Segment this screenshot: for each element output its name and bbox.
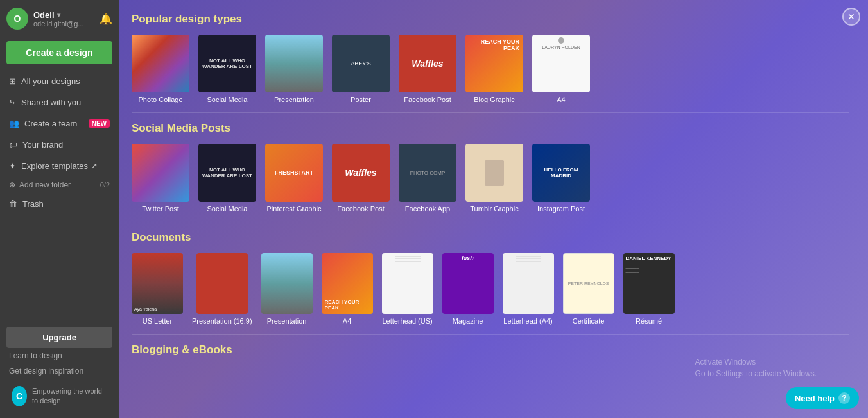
chevron-down-icon: ▾ — [57, 12, 60, 19]
thumb-presentation-doc — [261, 253, 313, 314]
design-label: Facebook Post — [404, 96, 451, 103]
design-label: US Letter — [143, 317, 172, 325]
design-label: Social Media — [207, 96, 248, 103]
canva-logo: C — [12, 386, 27, 406]
sidebar-item-all-designs[interactable]: ⊞ All your designs — [0, 71, 119, 92]
thumb-presentation169 — [196, 253, 248, 314]
design-item-a4-doc[interactable]: REACH YOUR PEAK A4 — [322, 253, 373, 325]
sidebar-header: O Odell ▾ odelldigital@g... 🔔 — [0, 0, 119, 37]
design-item-social-media2[interactable]: NOT ALL WHO WANDER ARE LOST Social Media — [198, 144, 256, 213]
design-label: Certificate — [573, 317, 605, 325]
divider-popular — [132, 112, 849, 113]
design-item-twitter-post[interactable]: Twitter Post — [132, 144, 189, 213]
upgrade-button[interactable]: Upgrade — [6, 327, 112, 348]
thumb-blog-graphic: REACH YOUR PEAK — [465, 35, 523, 92]
design-item-us-letter[interactable]: Aya Yalena US Letter — [132, 253, 183, 325]
section-documents: Documents Aya Yalena US Letter Presentat… — [132, 231, 849, 325]
activate-windows-notice: Activate Windows Go to Settings to activ… — [695, 356, 817, 379]
footer-tagline: Empowering the world to design — [32, 387, 107, 406]
popular-grid: Photo Collage NOT ALL WHO WANDER ARE LOS… — [132, 35, 849, 103]
design-label: A4 — [557, 96, 565, 103]
design-item-resume[interactable]: DANIEL KENNEDY ───── ───── ───── Résumé — [623, 253, 675, 325]
need-help-label: Need help — [795, 394, 835, 403]
bell-icon[interactable]: 🔔 — [100, 13, 112, 25]
section-popular-title: Popular design types — [132, 13, 849, 26]
section-popular: Popular design types Photo Collage NOT A… — [132, 13, 849, 103]
design-label: Photo Collage — [138, 96, 182, 103]
design-item-fb-post[interactable]: Waffles Facebook Post — [332, 144, 390, 213]
design-label: Letterhead (A4) — [503, 317, 552, 325]
need-help-button[interactable]: Need help ? — [786, 387, 859, 409]
thumb-a4-doc: REACH YOUR PEAK — [322, 253, 373, 314]
sidebar-item-your-brand[interactable]: 🏷 Your brand — [0, 134, 119, 155]
create-design-button[interactable]: Create a design — [6, 41, 112, 64]
design-item-certificate[interactable]: PETER REYNOLDS Certificate — [563, 253, 614, 325]
section-blogging-title: Blogging & eBooks — [132, 344, 849, 356]
design-label: Résumé — [636, 317, 662, 325]
thumb-a4: LAURYN HOLDEN — [532, 35, 590, 92]
sidebar-item-explore-templates[interactable]: ✦ Explore templates ↗ — [0, 155, 119, 177]
design-item-tumblr[interactable]: Tumblr Graphic — [465, 144, 523, 213]
design-label: Magazine — [453, 317, 483, 325]
design-label: Presentation — [267, 317, 307, 325]
sidebar-item-trash[interactable]: 🗑 Trash — [0, 193, 119, 214]
grid-icon: ⊞ — [9, 76, 16, 86]
learn-to-design-link[interactable]: Learn to design — [6, 348, 112, 363]
design-item-social-media[interactable]: NOT ALL WHO WANDER ARE LOST Social Media — [198, 35, 256, 103]
trash-icon: 🗑 — [9, 199, 17, 209]
section-social: Social Media Posts Twitter Post NOT ALL … — [132, 122, 849, 213]
thumb-instagram: HELLO FROM MADRID — [532, 144, 590, 202]
thumb-presentation — [265, 35, 323, 92]
get-inspiration-link[interactable]: Get design inspiration — [6, 363, 112, 379]
design-item-presentation-doc[interactable]: Presentation — [261, 253, 313, 325]
design-label: Instagram Post — [537, 205, 585, 213]
user-email: odelldigital@g... — [33, 20, 94, 28]
main-content: ✕ Popular design types Photo Collage NOT… — [119, 0, 868, 418]
design-label: A4 — [343, 317, 351, 325]
thumb-magazine: lush — [442, 253, 494, 314]
thumb-pinterest: FRESHSTART — [265, 144, 323, 202]
thumb-certificate: PETER REYNOLDS — [563, 253, 614, 314]
design-label: Facebook App — [405, 205, 450, 213]
add-new-folder[interactable]: ⊕ Add new folder 0/2 — [0, 177, 119, 193]
sidebar-item-shared[interactable]: ⤷ Shared with you — [0, 92, 119, 113]
design-item-facebook-app[interactable]: PHOTO COMP Facebook App — [399, 144, 456, 213]
design-item-facebook-post[interactable]: Waffles Facebook Post — [399, 35, 456, 103]
thumb-resume: DANIEL KENNEDY ───── ───── ───── — [623, 253, 675, 314]
documents-grid: Aya Yalena US Letter Presentation (16:9)… — [132, 253, 849, 325]
design-item-a4[interactable]: LAURYN HOLDEN A4 — [532, 35, 590, 103]
thumb-fb-post: Waffles — [332, 144, 390, 202]
design-item-magazine[interactable]: lush Magazine — [442, 253, 494, 325]
thumb-social-media: NOT ALL WHO WANDER ARE LOST — [198, 35, 256, 92]
tag-icon: 🏷 — [9, 140, 17, 150]
thumb-facebook-post: Waffles — [399, 35, 456, 92]
design-label: Facebook Post — [337, 205, 384, 213]
close-button[interactable]: ✕ — [842, 8, 860, 26]
design-item-photo-collage[interactable]: Photo Collage — [132, 35, 189, 103]
design-item-letterhead-a4[interactable]: Letterhead (A4) — [503, 253, 554, 325]
plus-circle-icon: ⊕ — [9, 180, 15, 189]
design-item-poster[interactable]: ABEY'S Poster — [332, 35, 390, 103]
design-label: Poster — [351, 96, 371, 103]
sidebar: O Odell ▾ odelldigital@g... 🔔 Create a d… — [0, 0, 119, 418]
design-label: Tumblr Graphic — [470, 205, 518, 213]
sidebar-nav: ⊞ All your designs ⤷ Shared with you 👥 C… — [0, 71, 119, 320]
folder-count: 0/2 — [100, 181, 110, 189]
thumb-social-media2: NOT ALL WHO WANDER ARE LOST — [198, 144, 256, 202]
sidebar-item-create-team[interactable]: 👥 Create a team NEW — [0, 113, 119, 134]
users-icon: 👥 — [9, 119, 19, 128]
design-item-blog-graphic[interactable]: REACH YOUR PEAK Blog Graphic — [465, 35, 523, 103]
social-grid: Twitter Post NOT ALL WHO WANDER ARE LOST… — [132, 144, 849, 213]
canva-footer: C Empowering the world to design — [6, 379, 112, 412]
design-item-letterhead-us[interactable]: Letterhead (US) — [382, 253, 433, 325]
design-item-presentation169[interactable]: Presentation (16:9) — [192, 253, 252, 325]
design-item-presentation[interactable]: Presentation — [265, 35, 323, 103]
thumb-us-letter: Aya Yalena — [132, 253, 183, 314]
user-name: Odell ▾ — [33, 10, 94, 20]
section-blogging: Blogging & eBooks — [132, 344, 849, 356]
new-badge: NEW — [89, 119, 110, 128]
design-item-pinterest[interactable]: FRESHSTART Pinterest Graphic — [265, 144, 323, 213]
design-item-instagram[interactable]: HELLO FROM MADRID Instagram Post — [532, 144, 590, 213]
section-social-title: Social Media Posts — [132, 122, 849, 135]
compass-icon: ✦ — [9, 161, 16, 171]
